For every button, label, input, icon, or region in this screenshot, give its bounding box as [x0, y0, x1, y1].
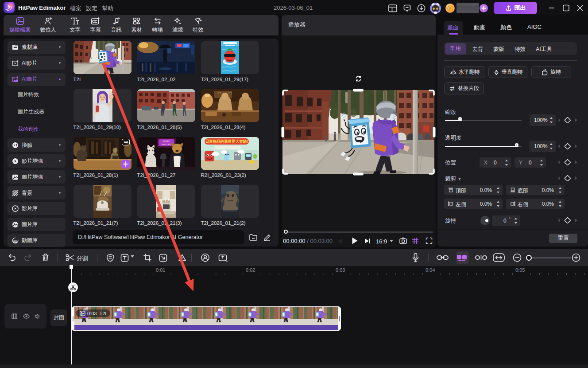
svg-text:PUPPY: PUPPY [162, 140, 170, 143]
svg-text:日常物品的異世界大冒險!: 日常物品的異世界大冒險! [205, 139, 248, 144]
svg-text:GIF: GIF [14, 241, 17, 243]
svg-text:PAWDCAST: PAWDCAST [161, 143, 171, 145]
